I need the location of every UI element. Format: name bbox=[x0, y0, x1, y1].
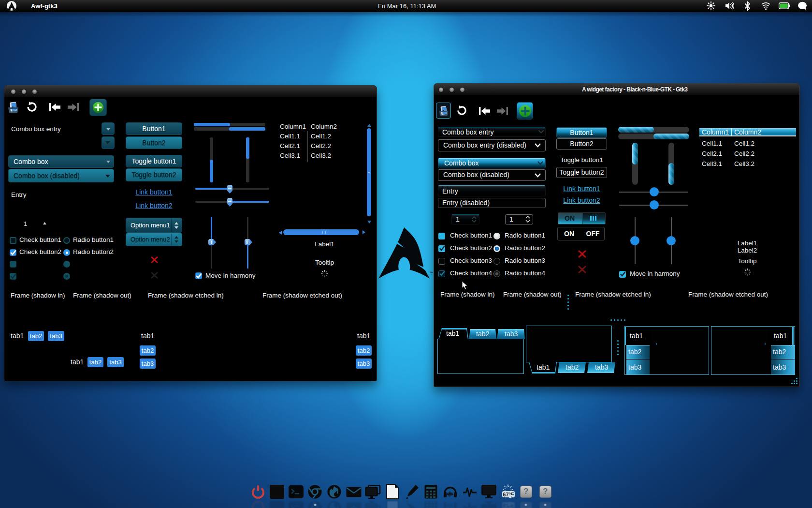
svg-text:67°F: 67°F bbox=[503, 492, 514, 497]
svg-text:67°F: 67°F bbox=[503, 503, 514, 508]
